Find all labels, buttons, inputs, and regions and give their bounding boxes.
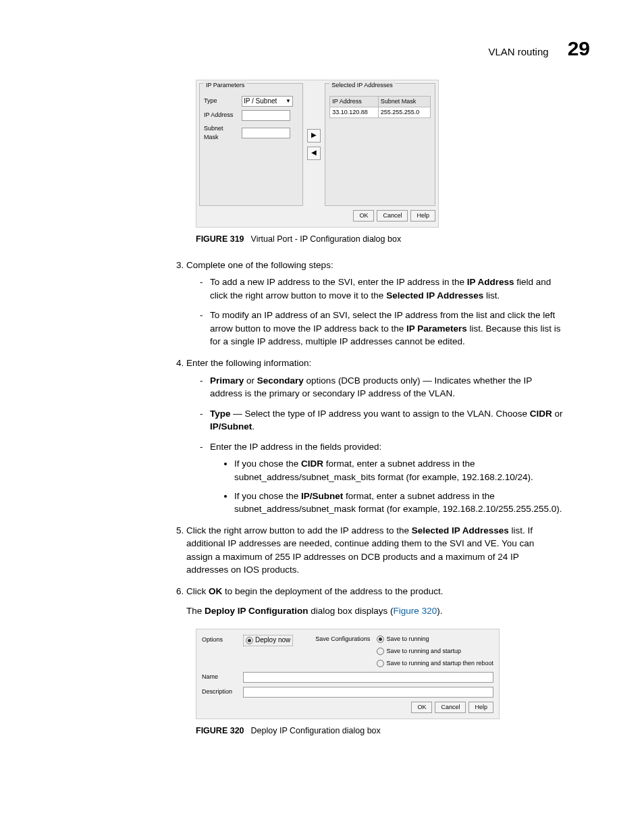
save-config-label: Save Configurations bbox=[315, 635, 370, 644]
name-input[interactable] bbox=[243, 672, 493, 683]
ip-parameters-panel: IP Parameters Type IP / Subnet ▼ IP Addr… bbox=[199, 83, 303, 206]
col-mask: Subnet Mask bbox=[378, 97, 430, 107]
cancel-button[interactable]: Cancel bbox=[435, 702, 466, 713]
chevron-down-icon: ▼ bbox=[286, 97, 291, 105]
save-running-radio[interactable]: Save to running bbox=[377, 635, 493, 644]
ok-button[interactable]: OK bbox=[353, 210, 374, 221]
step-5: Click the right arrow button to add the … bbox=[186, 524, 563, 577]
figure-320-caption: FIGURE 320Deploy IP Configuration dialog… bbox=[196, 725, 590, 737]
ip-address-input[interactable] bbox=[242, 110, 290, 121]
figure-319-caption: FIGURE 319Virtual Port - IP Configuratio… bbox=[196, 233, 590, 245]
figure-319: IP Parameters Type IP / Subnet ▼ IP Addr… bbox=[196, 80, 590, 228]
ip-config-dialog: IP Parameters Type IP / Subnet ▼ IP Addr… bbox=[196, 80, 439, 228]
step-3: Complete one of the following steps: To … bbox=[186, 259, 563, 348]
list-item: If you chose the CIDR format, enter a su… bbox=[234, 457, 563, 484]
radio-icon bbox=[377, 648, 384, 655]
table-row[interactable]: 33.10.120.88 255.255.255.0 bbox=[330, 107, 431, 118]
chapter-number: 29 bbox=[568, 34, 590, 63]
header-title: VLAN routing bbox=[488, 45, 548, 59]
selected-addresses-table[interactable]: IP Address Subnet Mask 33.10.120.88 255.… bbox=[329, 96, 431, 118]
deploy-now-radio[interactable]: Deploy now bbox=[243, 635, 293, 646]
panel-legend: Selected IP Addresses bbox=[329, 81, 394, 90]
ip-address-label: IP Address bbox=[204, 111, 239, 120]
cancel-button[interactable]: Cancel bbox=[377, 210, 408, 221]
panel-legend: IP Parameters bbox=[204, 81, 246, 90]
save-running-startup-radio[interactable]: Save to running and startup bbox=[377, 647, 493, 656]
list-item: To modify an IP address of an SVI, selec… bbox=[200, 309, 563, 348]
arrow-buttons: ▶ ◀ bbox=[307, 83, 321, 206]
ok-button[interactable]: OK bbox=[411, 702, 432, 713]
selected-addresses-panel: Selected IP Addresses IP Address Subnet … bbox=[325, 83, 435, 206]
list-item: Enter the IP address in the fields provi… bbox=[200, 440, 563, 516]
list-item: Primary or Secondary options (DCB produc… bbox=[200, 374, 563, 400]
save-config-group: Save to running Save to running and star… bbox=[377, 635, 493, 668]
col-ip: IP Address bbox=[330, 97, 378, 107]
type-label: Type bbox=[204, 97, 239, 105]
step-6: Click OK to begin the deployment of the … bbox=[186, 585, 563, 618]
save-running-startup-reboot-radio[interactable]: Save to running and startup then reboot bbox=[377, 659, 493, 668]
figure-320: Options Deploy now Save Configurations S… bbox=[196, 629, 590, 719]
subnet-mask-label: Subnet Mask bbox=[204, 124, 239, 142]
deploy-ip-dialog: Options Deploy now Save Configurations S… bbox=[196, 629, 500, 719]
page-header: VLAN routing 29 bbox=[54, 34, 590, 63]
help-button[interactable]: Help bbox=[468, 702, 493, 713]
options-label: Options bbox=[202, 635, 239, 644]
list-item: If you chose the IP/Subnet format, enter… bbox=[234, 490, 563, 516]
description-input[interactable] bbox=[243, 687, 493, 698]
description-label: Description bbox=[202, 687, 239, 696]
body-text: Complete one of the following steps: To … bbox=[169, 259, 563, 618]
step-4: Enter the following information: Primary… bbox=[186, 357, 563, 516]
help-button[interactable]: Help bbox=[410, 210, 435, 221]
list-item: Type — Select the type of IP address you… bbox=[200, 407, 563, 434]
list-item: To add a new IP address to the SVI, ente… bbox=[200, 276, 563, 302]
name-label: Name bbox=[202, 672, 239, 681]
subnet-mask-input[interactable] bbox=[242, 128, 290, 138]
type-combo[interactable]: IP / Subnet ▼ bbox=[242, 96, 293, 107]
figure-320-link[interactable]: Figure 320 bbox=[394, 606, 437, 616]
radio-icon bbox=[377, 660, 384, 667]
arrow-right-button[interactable]: ▶ bbox=[307, 129, 321, 142]
radio-icon bbox=[246, 637, 253, 644]
arrow-left-button[interactable]: ◀ bbox=[307, 147, 321, 160]
radio-icon bbox=[377, 635, 384, 643]
